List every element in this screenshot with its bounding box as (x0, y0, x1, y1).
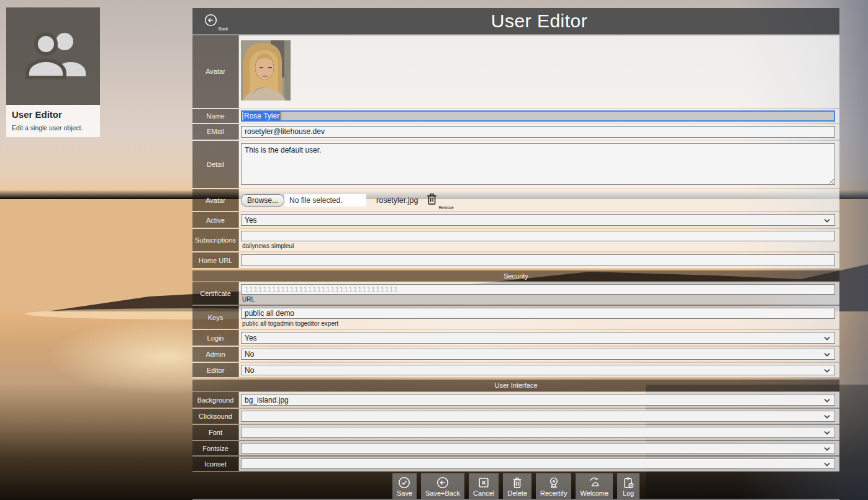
field-label: Background (192, 392, 239, 408)
field-label: Avatar (192, 189, 239, 211)
detail-textarea[interactable]: This is the default user. (241, 143, 835, 185)
save-button[interactable]: Save (392, 473, 417, 499)
hand-bell-icon (587, 476, 601, 489)
trash-icon (427, 192, 437, 208)
user-editor-panel: Back User Editor Avatar (192, 8, 839, 500)
chevron-down-icon (824, 350, 830, 359)
back-button-label: Back (219, 27, 228, 31)
chevron-down-icon (824, 334, 830, 342)
field-label: Name (192, 109, 239, 123)
field-label: Login (192, 330, 239, 346)
active-select-value: Yes (245, 216, 257, 225)
clicksound-select[interactable] (241, 411, 835, 422)
back-button[interactable]: Back (192, 8, 239, 34)
field-label: Certificate (192, 282, 239, 305)
editor-select-value: No (245, 366, 254, 375)
section-header-security: Security (192, 270, 839, 282)
fontsize-select[interactable] (241, 443, 835, 453)
cancel-button[interactable]: Cancel (469, 473, 499, 499)
chevron-down-icon (824, 216, 830, 225)
row-iconset: Iconset (192, 457, 839, 472)
active-select[interactable]: Yes (241, 214, 835, 226)
chevron-down-icon (824, 412, 830, 421)
save-back-button[interactable]: Save+Back (421, 473, 464, 499)
file-status-text: No file selected. (284, 194, 366, 207)
row-fontsize: Fontsize (192, 441, 839, 457)
remove-label: Remove (438, 205, 453, 210)
section-header-user-interface: User Interface (192, 380, 839, 392)
subscriptions-hint: dailynews simpleui (241, 241, 835, 249)
avatar-image (241, 40, 835, 100)
remove-avatar-button[interactable]: Remove (427, 192, 453, 208)
subscriptions-input[interactable] (241, 231, 835, 241)
module-icon-box (6, 7, 100, 105)
row-avatar-file: Avatar Browse... No file selected. roset… (192, 189, 839, 212)
row-active: Active Yes (192, 212, 839, 229)
admin-select[interactable]: No (241, 349, 835, 360)
field-label: Home URL (192, 252, 239, 268)
iconset-select[interactable] (241, 458, 835, 469)
users-icon (21, 28, 86, 85)
name-selected-text: Rose Tyler (243, 112, 280, 120)
field-label: Font (192, 425, 239, 440)
chevron-down-icon (824, 366, 830, 375)
font-select[interactable] (241, 427, 835, 438)
delete-button[interactable]: Delete (503, 473, 531, 499)
chevron-down-icon (824, 428, 830, 437)
avatar-filename: rosetyler.jpg (376, 196, 418, 205)
field-label: Fontsize (192, 441, 239, 455)
field-label: Keys (192, 306, 239, 329)
module-title: User Editor (12, 109, 94, 120)
row-font: Font (192, 425, 839, 441)
row-subscriptions: Subscriptions dailynews simpleui (192, 229, 839, 252)
row-login: Login Yes (192, 330, 839, 347)
arrow-left-circle-icon (436, 476, 450, 489)
login-select-value: Yes (245, 334, 257, 342)
name-input[interactable]: Rose Tyler (241, 110, 835, 122)
log-button[interactable]: Log (617, 473, 640, 499)
admin-select-value: No (245, 350, 254, 359)
field-label: Admin (192, 347, 239, 362)
panel-header: Back User Editor (192, 8, 839, 35)
cancel-x-icon (477, 476, 491, 489)
row-name: Name Rose Tyler (192, 109, 839, 124)
award-rosette-icon (547, 476, 561, 489)
chevron-down-icon (824, 444, 830, 453)
field-label: Editor (192, 363, 239, 377)
row-admin: Admin No (192, 347, 839, 363)
page-title: User Editor (491, 11, 588, 32)
back-arrow-icon (204, 13, 218, 30)
row-clicksound: Clicksound (192, 409, 839, 425)
login-select[interactable]: Yes (241, 332, 835, 344)
clipboard-clock-icon (622, 476, 635, 489)
action-button-bar: Save Save+Back Cancel (192, 472, 839, 500)
background-select[interactable]: bg_island.jpg (241, 394, 835, 406)
chevron-down-icon (824, 396, 830, 404)
row-background: Background bg_island.jpg (192, 392, 839, 409)
field-label: Subscriptions (192, 229, 239, 251)
browse-button[interactable]: Browse... (241, 194, 284, 207)
email-input[interactable] (241, 126, 835, 138)
field-label: Clicksound (192, 409, 239, 424)
row-keys: Keys public all togadmin togeditor exper… (192, 306, 839, 330)
row-email: EMail (192, 124, 839, 141)
field-label: Avatar (192, 35, 239, 108)
certificate-hint: URL (241, 295, 835, 303)
background-select-value: bg_island.jpg (245, 396, 289, 404)
row-certificate: Certificate URL (192, 282, 839, 306)
field-label: Iconset (192, 457, 239, 471)
home-url-input[interactable] (241, 254, 835, 266)
row-home-url: Home URL (192, 252, 839, 269)
field-label: EMail (192, 124, 239, 140)
certificate-input[interactable] (241, 284, 835, 295)
chevron-down-icon (824, 460, 830, 468)
welcome-button[interactable]: Welcome (576, 473, 613, 499)
row-editor: Editor No (192, 363, 839, 378)
recertify-button[interactable]: Recertify (536, 473, 571, 499)
editor-select[interactable]: No (241, 365, 835, 375)
save-check-icon (397, 476, 411, 489)
trash-icon (510, 476, 524, 489)
module-card: User Editor Edit a single user object. (6, 7, 100, 137)
keys-input[interactable] (241, 308, 835, 319)
text-caret (281, 112, 281, 120)
